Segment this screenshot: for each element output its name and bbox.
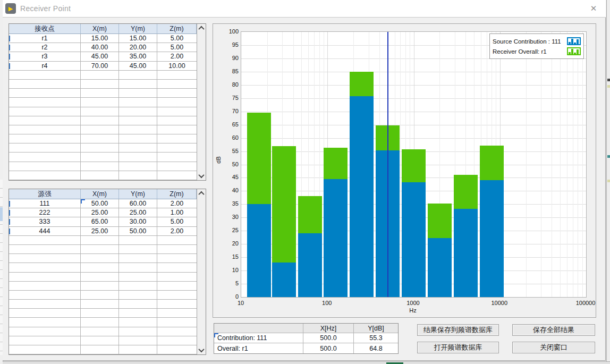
table-cell[interactable] <box>119 273 157 282</box>
table-cell[interactable] <box>157 236 197 245</box>
readout-row[interactable]: Contribution: 111500.055.3 <box>214 333 398 343</box>
table-cell[interactable]: 45.00 <box>81 52 119 61</box>
table-cell[interactable] <box>157 116 197 125</box>
table-cell[interactable] <box>157 318 197 327</box>
table-cell[interactable] <box>119 236 157 245</box>
table-cell[interactable] <box>81 254 119 263</box>
table-cell[interactable] <box>119 171 157 180</box>
table-cell[interactable] <box>157 254 197 263</box>
table-empty-row[interactable] <box>9 236 197 245</box>
table-empty-row[interactable] <box>9 71 197 80</box>
table-cell[interactable] <box>9 107 81 116</box>
table-cell[interactable]: 25.00 <box>81 208 119 217</box>
save-all-results-button[interactable]: 保存全部结果 <box>512 324 595 336</box>
table-cell[interactable] <box>81 71 119 80</box>
table-cell[interactable]: 20.00 <box>119 43 157 52</box>
table-cell[interactable] <box>9 98 81 107</box>
table-cell[interactable]: 15.00 <box>81 34 119 43</box>
table-cell[interactable]: 1.00 <box>157 208 197 217</box>
table-cell[interactable] <box>119 125 157 134</box>
table-cell[interactable] <box>157 98 197 107</box>
table-cell[interactable] <box>119 71 157 80</box>
table-cell[interactable]: 10.00 <box>157 62 197 71</box>
table-cell[interactable] <box>157 263 197 272</box>
table-cell[interactable]: 5.00 <box>157 217 197 226</box>
table-cell[interactable] <box>9 245 81 254</box>
table-cell[interactable] <box>9 345 81 354</box>
table-cell[interactable] <box>81 245 119 254</box>
table-cell[interactable] <box>81 116 119 125</box>
close-window-button[interactable]: 关闭窗口 <box>512 342 595 353</box>
graph-cursor-line[interactable] <box>387 32 388 297</box>
table-cell[interactable] <box>9 318 81 327</box>
table-cell[interactable] <box>81 162 119 171</box>
table-cell[interactable] <box>119 282 157 291</box>
table-cell[interactable] <box>119 327 157 336</box>
readout-cell[interactable]: 64.8 <box>354 343 398 353</box>
table-cell[interactable] <box>119 254 157 263</box>
spectrum-plot-area[interactable] <box>241 31 587 298</box>
table-empty-row[interactable] <box>9 327 197 336</box>
table-cell[interactable]: 25.00 <box>119 208 157 217</box>
table-cell[interactable] <box>9 327 81 336</box>
close-icon[interactable]: ✕ <box>586 3 601 14</box>
table-cell[interactable]: 45.00 <box>119 62 157 71</box>
table-cell[interactable] <box>119 318 157 327</box>
table-cell[interactable] <box>119 263 157 272</box>
table-cell[interactable] <box>119 89 157 98</box>
table-cell[interactable]: 50.00 <box>81 199 119 208</box>
table-cell[interactable] <box>9 143 81 153</box>
table-cell[interactable] <box>9 254 81 263</box>
table-cell[interactable]: 50.00 <box>119 227 157 236</box>
contribution-bar-segment[interactable] <box>454 209 478 297</box>
table-cell[interactable] <box>157 171 197 180</box>
scroll-up-icon[interactable] <box>197 189 206 198</box>
table-empty-row[interactable] <box>9 89 197 98</box>
table-cell[interactable] <box>81 125 119 134</box>
table-cell[interactable] <box>9 273 81 282</box>
table-cell[interactable] <box>157 162 197 171</box>
table-empty-row[interactable] <box>9 273 197 282</box>
table-cell[interactable] <box>9 300 81 309</box>
contribution-bar-segment[interactable] <box>402 182 426 297</box>
source-table-scrollbar[interactable] <box>197 189 206 354</box>
table-row[interactable]: r240.0020.005.00 <box>9 43 197 52</box>
table-cell[interactable] <box>81 291 119 300</box>
table-cell[interactable] <box>81 327 119 336</box>
table-cell[interactable] <box>157 89 197 98</box>
source-strength-table-cells[interactable]: 源强X(m)Y(m)Z(m)11150.0060.002.0022225.002… <box>9 189 197 354</box>
table-cell[interactable] <box>9 171 81 180</box>
table-cell[interactable] <box>119 336 157 345</box>
table-empty-row[interactable] <box>9 98 197 107</box>
receiver-point-table-cells[interactable]: 接收点X(m)Y(m)Z(m)r115.0015.005.00r240.0020… <box>9 24 197 180</box>
table-cell[interactable] <box>119 153 157 162</box>
table-row[interactable]: 11150.0060.002.00 <box>9 199 197 208</box>
table-cell[interactable] <box>9 71 81 80</box>
table-cell[interactable] <box>9 162 81 171</box>
save-results-to-spectrum-db-button[interactable]: 结果保存到频谱数据库 <box>417 324 499 336</box>
table-cell[interactable]: 5.00 <box>157 43 197 52</box>
table-cell[interactable] <box>81 282 119 291</box>
readout-cell[interactable]: Contribution: 111 <box>214 333 303 343</box>
table-cell[interactable]: 40.00 <box>81 43 119 52</box>
table-cell[interactable] <box>157 327 197 336</box>
table-cell[interactable] <box>157 245 197 254</box>
table-cell[interactable] <box>157 80 197 89</box>
table-row[interactable]: r345.0035.002.00 <box>9 52 197 61</box>
readout-row[interactable]: Overall: r1500.064.8 <box>214 343 398 353</box>
table-cell[interactable]: r1 <box>9 34 81 43</box>
table-cell[interactable] <box>119 309 157 318</box>
table-row[interactable]: r115.0015.005.00 <box>9 34 197 43</box>
table-cell[interactable]: 2.00 <box>157 52 197 61</box>
contribution-bar-segment[interactable] <box>298 233 322 297</box>
table-cell[interactable] <box>81 300 119 309</box>
table-cell[interactable] <box>9 282 81 291</box>
table-cell[interactable] <box>157 273 197 282</box>
table-cell[interactable]: 5.00 <box>157 34 197 43</box>
table-row[interactable]: 22225.0025.001.00 <box>9 208 197 217</box>
table-cell[interactable]: 60.00 <box>119 199 157 208</box>
table-cell[interactable] <box>81 263 119 272</box>
scroll-down-icon[interactable] <box>197 346 206 354</box>
table-cell[interactable] <box>157 345 197 354</box>
table-cell[interactable]: 15.00 <box>119 34 157 43</box>
